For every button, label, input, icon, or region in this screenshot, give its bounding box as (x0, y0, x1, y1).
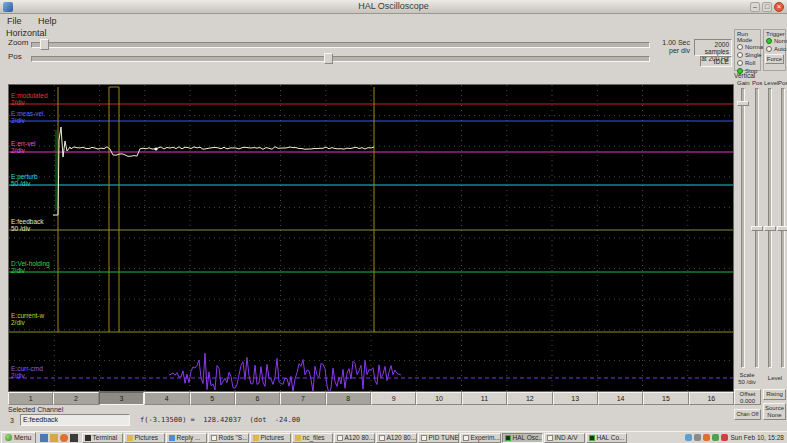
taskbar-window-1[interactable]: Pictures (124, 433, 165, 443)
vertical-title: Vertical (734, 72, 755, 79)
channel-button-7[interactable]: 7 (280, 392, 325, 405)
channel-strip: 12345678910111213141516 (8, 392, 734, 405)
taskbar-window-11[interactable]: IND A/V (544, 433, 585, 443)
taskbar-window-9[interactable]: Experim... (460, 433, 501, 443)
network-icon[interactable] (685, 434, 692, 441)
menu-help[interactable]: Help (31, 15, 64, 27)
taskbar-window-label: A120 80... (387, 434, 417, 441)
channel-button-9[interactable]: 9 (371, 392, 416, 405)
trigger-level-slider[interactable] (768, 88, 772, 368)
trigger-pos-slider[interactable] (781, 88, 785, 368)
horizontal-pos-slider[interactable] (31, 56, 650, 62)
vertical-pos-label: Pos (752, 80, 762, 86)
browser-icon[interactable] (60, 434, 68, 442)
horizontal-section-label: Horizontal (6, 28, 47, 38)
zoom-slider-handle[interactable] (40, 39, 49, 50)
taskbar-window-0[interactable]: Terminal (82, 433, 123, 443)
horizontal-pos-slider-handle[interactable] (324, 53, 333, 64)
radio-icon (737, 60, 743, 66)
messages-icon[interactable] (721, 434, 728, 441)
taskbar-window-label: HAL Osc... (513, 434, 543, 441)
edge-button[interactable]: Rising (763, 389, 786, 400)
trigger-level-slider-handle[interactable] (764, 226, 776, 231)
run-mode-title: Run Mode (735, 30, 760, 43)
file-manager-icon[interactable] (50, 434, 58, 442)
terminal-launcher-icon[interactable] (70, 434, 78, 442)
channel-button-13[interactable]: 13 (553, 392, 598, 405)
taskbar-window-label: HAL Co... (597, 434, 625, 441)
channel-button-6[interactable]: 6 (235, 392, 280, 405)
vertical-pos-slider[interactable] (755, 88, 759, 368)
channel-button-2[interactable]: 2 (53, 392, 98, 405)
channel-button-16[interactable]: 16 (689, 392, 734, 405)
channel-button-4[interactable]: 4 (144, 392, 189, 405)
taskbar-window-4[interactable]: Pictures (250, 433, 291, 443)
trigger-option-normal[interactable]: Normal (764, 37, 785, 45)
minimize-button[interactable]: – (750, 2, 760, 12)
channel-button-1[interactable]: 1 (8, 392, 53, 405)
menu-button[interactable]: Menu (1, 432, 36, 443)
taskbar-window-5[interactable]: nc_files (292, 433, 333, 443)
trigger-title: Trigger (764, 30, 785, 37)
taskbar-window-label: A120 80... (345, 434, 375, 441)
window-title: HAL Oscilloscope (0, 1, 787, 11)
scope-display: E:modulated2/divE:meas-vel2/divE:err-vel… (8, 84, 734, 392)
taskbar-window-2[interactable]: Reply ... (166, 433, 207, 443)
maximize-button[interactable]: □ (762, 2, 772, 12)
show-desktop-icon[interactable] (40, 434, 48, 442)
trigger-option-label: Normal (774, 38, 787, 44)
update-icon[interactable] (703, 434, 710, 441)
capture-status: IDLE (700, 56, 732, 67)
trigger-source-button[interactable]: Source None (763, 403, 786, 420)
hal-oscilloscope-window: HAL Oscilloscope – □ × File Help Horizon… (0, 0, 787, 431)
selected-channel-number: 3 (10, 417, 14, 424)
taskbar-window-10[interactable]: HAL Osc... (502, 433, 543, 443)
close-button[interactable]: × (774, 2, 784, 12)
svg-text:E:feedback: E:feedback (11, 218, 44, 225)
taskbar-window-12[interactable]: HAL Co... (586, 433, 627, 443)
trigger-pos-slider-handle[interactable] (777, 226, 787, 231)
zoom-slider[interactable] (31, 42, 650, 48)
timebase-units: per div (646, 47, 690, 55)
taskbar-window-6[interactable]: A120 80... (334, 433, 375, 443)
selected-channel-input[interactable]: E:feedback (20, 414, 130, 426)
force-button[interactable]: Force (765, 54, 784, 64)
chan-off-button[interactable]: Chan Off (734, 409, 761, 420)
trigger-source-label: Source (764, 405, 785, 412)
channel-button-12[interactable]: 12 (507, 392, 552, 405)
gain-slider[interactable] (741, 88, 745, 368)
run-mode-frame: Run Mode Normal Single Roll Stop (734, 29, 761, 71)
channel-button-15[interactable]: 15 (643, 392, 688, 405)
trigger-option-auto[interactable]: Auto (764, 45, 785, 53)
scale-label: Scale (732, 372, 762, 379)
gain-slider-handle[interactable] (737, 101, 749, 106)
channel-button-14[interactable]: 14 (598, 392, 643, 405)
channel-button-10[interactable]: 10 (416, 392, 461, 405)
run-mode-option-single[interactable]: Single (735, 51, 760, 59)
selected-channel-label: Selected Channel (8, 406, 63, 413)
trigger-frame: Trigger Normal Auto Force (763, 29, 786, 71)
gain-label: Gain (737, 80, 750, 86)
channel-button-3[interactable]: 3 (99, 392, 144, 405)
taskbar-window-8[interactable]: PID TUNE (418, 433, 459, 443)
menu-button-label: Menu (14, 434, 32, 441)
clock[interactable]: Sun Feb 10, 15:28 (731, 434, 785, 441)
svg-text:E:modulated: E:modulated (11, 92, 48, 99)
run-mode-option-normal[interactable]: Normal (735, 43, 760, 51)
volume-icon[interactable] (694, 434, 701, 441)
svg-text:50 /div: 50 /div (11, 225, 31, 232)
taskbar-window-3[interactable]: Rods "S... (208, 433, 249, 443)
run-mode-option-label: Roll (745, 60, 755, 66)
vertical-pos-slider-handle[interactable] (751, 226, 763, 231)
channel-button-8[interactable]: 8 (326, 392, 371, 405)
run-mode-option-roll[interactable]: Roll (735, 59, 760, 67)
channel-button-11[interactable]: 11 (462, 392, 507, 405)
battery-icon[interactable] (712, 434, 719, 441)
taskbar-window-7[interactable]: A120 80... (376, 433, 417, 443)
menu-icon (5, 434, 12, 441)
terminal-icon (85, 435, 91, 441)
offset-button[interactable]: Offset 0.000 (734, 389, 761, 405)
menu-file[interactable]: File (0, 15, 29, 27)
titlebar[interactable]: HAL Oscilloscope – □ × (0, 0, 787, 14)
channel-button-5[interactable]: 5 (190, 392, 235, 405)
